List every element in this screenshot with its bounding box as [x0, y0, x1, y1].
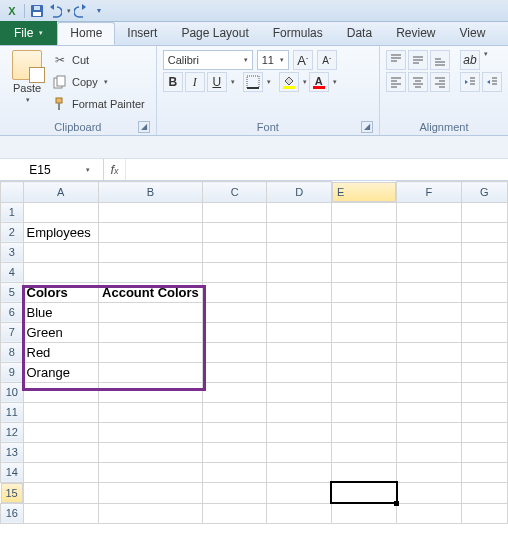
cell-E2[interactable] [331, 222, 396, 242]
tab-data[interactable]: Data [335, 22, 384, 45]
cell-C14[interactable] [202, 462, 267, 482]
worksheet[interactable]: A B C D E F G 1 2Employees 3 4 5ColorsAc… [0, 181, 508, 524]
cell-E4[interactable] [331, 262, 396, 282]
cell-E3[interactable] [331, 242, 396, 262]
cell-G13[interactable] [461, 442, 507, 462]
row-header-16[interactable]: 16 [1, 503, 24, 523]
cell-F5[interactable] [397, 282, 461, 302]
cell-E6[interactable] [331, 302, 396, 322]
save-icon[interactable] [29, 3, 45, 19]
cell-F12[interactable] [397, 422, 461, 442]
paste-button[interactable]: Paste ▾ [6, 48, 48, 104]
font-color-button[interactable]: A [309, 72, 329, 92]
tab-view[interactable]: View [448, 22, 498, 45]
cell-F4[interactable] [397, 262, 461, 282]
italic-button[interactable]: I [185, 72, 205, 92]
cell-A13[interactable] [23, 442, 99, 462]
row-header-13[interactable]: 13 [1, 442, 24, 462]
chevron-down-icon[interactable]: ▾ [231, 78, 235, 86]
chevron-down-icon[interactable]: ▾ [303, 78, 307, 86]
cell-C11[interactable] [202, 402, 267, 422]
align-bottom-button[interactable] [430, 50, 450, 70]
font-name-select[interactable]: Calibri▾ [163, 50, 253, 70]
cell-A9[interactable]: Orange [23, 362, 99, 382]
cell-A1[interactable] [23, 202, 99, 222]
cell-B4[interactable] [99, 262, 203, 282]
align-center-button[interactable] [408, 72, 428, 92]
undo-dropdown-icon[interactable]: ▾ [67, 7, 71, 15]
cell-E16[interactable] [331, 503, 396, 523]
cell-F7[interactable] [397, 322, 461, 342]
row-header-12[interactable]: 12 [1, 422, 24, 442]
cell-D16[interactable] [267, 503, 332, 523]
format-painter-button[interactable]: Format Painter [52, 94, 145, 114]
cell-A7[interactable]: Green [23, 322, 99, 342]
undo-icon[interactable] [47, 3, 63, 19]
formula-bar[interactable] [126, 159, 508, 180]
cell-B2[interactable] [99, 222, 203, 242]
cell-B7[interactable] [99, 322, 203, 342]
copy-button[interactable]: Copy▾ [52, 72, 145, 92]
row-header-5[interactable]: 5 [1, 282, 24, 302]
cell-D8[interactable] [267, 342, 332, 362]
cell-E7[interactable] [331, 322, 396, 342]
underline-button[interactable]: U [207, 72, 227, 92]
cell-G5[interactable] [461, 282, 507, 302]
col-header-C[interactable]: C [202, 182, 267, 203]
cell-G1[interactable] [461, 202, 507, 222]
grid[interactable]: A B C D E F G 1 2Employees 3 4 5ColorsAc… [0, 181, 508, 524]
border-button[interactable] [243, 72, 263, 92]
cell-C2[interactable] [202, 222, 267, 242]
cell-G16[interactable] [461, 503, 507, 523]
col-header-F[interactable]: F [397, 182, 461, 203]
align-left-button[interactable] [386, 72, 406, 92]
cell-E11[interactable] [331, 402, 396, 422]
cut-button[interactable]: ✂Cut [52, 50, 145, 70]
col-header-D[interactable]: D [267, 182, 332, 203]
align-right-button[interactable] [430, 72, 450, 92]
cell-F13[interactable] [397, 442, 461, 462]
cell-C4[interactable] [202, 262, 267, 282]
cell-E8[interactable] [331, 342, 396, 362]
cell-B9[interactable] [99, 362, 203, 382]
cell-D13[interactable] [267, 442, 332, 462]
tab-home[interactable]: Home [57, 22, 115, 45]
row-header-2[interactable]: 2 [1, 222, 24, 242]
cell-E13[interactable] [331, 442, 396, 462]
tab-review[interactable]: Review [384, 22, 447, 45]
row-header-4[interactable]: 4 [1, 262, 24, 282]
row-header-6[interactable]: 6 [1, 302, 24, 322]
cell-F10[interactable] [397, 382, 461, 402]
cell-G8[interactable] [461, 342, 507, 362]
cell-G6[interactable] [461, 302, 507, 322]
row-header-3[interactable]: 3 [1, 242, 24, 262]
cell-B3[interactable] [99, 242, 203, 262]
col-header-B[interactable]: B [99, 182, 203, 203]
cell-B10[interactable] [99, 382, 203, 402]
fx-button[interactable]: fx [104, 159, 126, 180]
cell-B14[interactable] [99, 462, 203, 482]
cell-A11[interactable] [23, 402, 99, 422]
dialog-launcher-icon[interactable]: ◢ [138, 121, 150, 133]
cell-C16[interactable] [202, 503, 267, 523]
cell-E14[interactable] [331, 462, 396, 482]
cell-E9[interactable] [331, 362, 396, 382]
cell-C6[interactable] [202, 302, 267, 322]
cell-E10[interactable] [331, 382, 396, 402]
cell-G4[interactable] [461, 262, 507, 282]
row-header-10[interactable]: 10 [1, 382, 24, 402]
cell-G2[interactable] [461, 222, 507, 242]
row-header-11[interactable]: 11 [1, 402, 24, 422]
bold-button[interactable]: B [163, 72, 183, 92]
cell-B13[interactable] [99, 442, 203, 462]
cell-C12[interactable] [202, 422, 267, 442]
cell-E12[interactable] [331, 422, 396, 442]
row-header-14[interactable]: 14 [1, 462, 24, 482]
cell-B11[interactable] [99, 402, 203, 422]
cell-A14[interactable] [23, 462, 99, 482]
font-size-select[interactable]: 11▾ [257, 50, 289, 70]
cell-C10[interactable] [202, 382, 267, 402]
select-all-corner[interactable] [1, 182, 24, 203]
tab-insert[interactable]: Insert [115, 22, 169, 45]
cell-D6[interactable] [267, 302, 332, 322]
